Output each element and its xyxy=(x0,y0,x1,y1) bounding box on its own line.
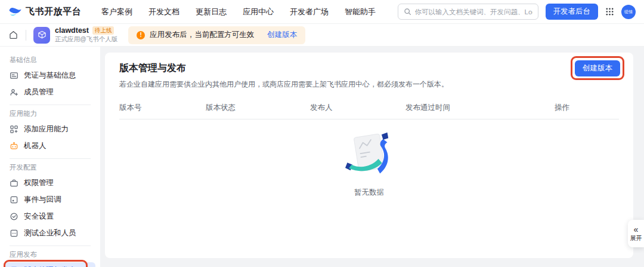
developer-console-button[interactable]: 开发者后台 xyxy=(546,4,599,20)
home-icon[interactable] xyxy=(8,30,18,40)
robot-icon xyxy=(10,142,18,151)
nav-item-changelog[interactable]: 更新日志 xyxy=(196,7,227,17)
sidebar-item-permissions[interactable]: 权限管理 xyxy=(5,175,95,191)
event-callback-icon xyxy=(10,195,18,204)
divider xyxy=(10,158,91,159)
nav-item-ai-assistant[interactable]: 智能助手 xyxy=(345,7,376,17)
empty-state: 暂无数据 xyxy=(119,130,619,198)
nav-item-customer-cases[interactable]: 客户案例 xyxy=(101,7,132,17)
sidebar-item-label: 测试企业和人员 xyxy=(24,228,76,238)
brand-name: 飞书开放平台 xyxy=(26,6,81,17)
nav-item-dev-docs[interactable]: 开发文档 xyxy=(148,7,179,17)
empty-state-text: 暂无数据 xyxy=(354,188,384,198)
sidebar-item-label: 机器人 xyxy=(24,141,47,151)
sidebar-item-label: 添加应用能力 xyxy=(24,124,69,134)
sidebar-section-basic-info: 基础信息 xyxy=(10,56,100,65)
app-context-bar: clawdtest 待上线 正式应用@飞书个人版 ! 应用发布后，当前配置方可生… xyxy=(0,24,644,47)
page-title: 版本管理与发布 xyxy=(119,62,619,75)
column-publisher: 发布人 xyxy=(310,103,405,113)
version-table-header: 版本号 版本状态 发布人 发布通过时间 操作 xyxy=(119,98,619,119)
column-version-status: 版本状态 xyxy=(206,103,310,113)
column-approved-time: 发布通过时间 xyxy=(405,103,555,113)
page-subtitle: 若企业自建应用需要供企业内其他用户使用，或商店应用需要上架飞书应用中心，都必须发… xyxy=(119,79,619,90)
topnav-right-group: 开发者后台 缇情 xyxy=(398,4,636,20)
sidebar-item-credentials[interactable]: 凭证与基础信息 xyxy=(5,67,95,84)
sidebar-item-label: 凭证与基础信息 xyxy=(24,70,76,81)
brand[interactable]: 飞书开放平台 xyxy=(8,6,81,17)
app-meta[interactable]: clawdtest 待上线 正式应用@飞书个人版 xyxy=(55,26,117,44)
sidebar-section-dev-config: 开发配置 xyxy=(10,163,100,172)
sidebar-item-version-management[interactable]: 版本管理与发布 xyxy=(5,262,95,267)
test-org-icon xyxy=(10,229,18,238)
nav-item-app-center[interactable]: 应用中心 xyxy=(243,7,274,17)
sidebar-item-events-callbacks[interactable]: 事件与回调 xyxy=(5,192,95,208)
collapse-chevrons-icon: « xyxy=(634,225,639,234)
top-navigation-bar: 飞书开放平台 客户案例 开发文档 更新日志 应用中心 开发者广场 智能助手 开发… xyxy=(0,0,644,24)
sidebar-section-app-release: 应用发布 xyxy=(10,250,100,259)
nav-item-developer-plaza[interactable]: 开发者广场 xyxy=(290,7,329,17)
create-version-button[interactable]: 创建版本 xyxy=(575,60,620,76)
security-check-icon xyxy=(10,212,18,221)
sidebar-item-add-capability[interactable]: 添加应用能力 xyxy=(5,121,95,137)
app-icon[interactable] xyxy=(33,27,50,44)
banner-create-version-link[interactable]: 创建版本 xyxy=(267,30,297,40)
divider xyxy=(26,30,26,41)
app-name: clawdtest xyxy=(55,26,89,35)
banner-text: 应用发布后，当前配置方可生效 xyxy=(150,30,254,40)
divider xyxy=(10,245,91,246)
warning-icon: ! xyxy=(137,31,145,39)
sidebar-item-label: 事件与回调 xyxy=(24,195,61,205)
add-capability-icon xyxy=(10,125,18,134)
column-version-number: 版本号 xyxy=(119,103,206,113)
user-avatar[interactable]: 缇情 xyxy=(621,5,636,19)
sidebar-item-label: 权限管理 xyxy=(24,178,54,188)
feishu-logo-icon xyxy=(8,6,22,17)
sidebar-item-label: 成员管理 xyxy=(24,87,54,97)
sidebar-item-security[interactable]: 安全设置 xyxy=(5,208,95,225)
search-icon xyxy=(404,8,411,16)
divider xyxy=(10,105,91,105)
expand-panel-control[interactable]: « 展开 xyxy=(628,220,644,247)
publish-notice-banner: ! 应用发布后，当前配置方可生效 创建版本 xyxy=(128,26,305,44)
create-version-wrap: 创建版本 xyxy=(575,60,620,76)
app-status-badge: 待上线 xyxy=(92,26,114,35)
global-search-box[interactable] xyxy=(398,4,538,20)
member-icon xyxy=(10,88,18,97)
sidebar-item-bot[interactable]: 机器人 xyxy=(5,138,95,154)
search-input[interactable] xyxy=(415,8,532,16)
apps-grid-icon[interactable] xyxy=(605,7,614,16)
sidebar-section-capabilities: 应用能力 xyxy=(10,109,100,118)
sidebar: 基础信息 凭证与基础信息 成员管理 应用能力 xyxy=(0,47,100,267)
top-nav-menu: 客户案例 开发文档 更新日志 应用中心 开发者广场 智能助手 xyxy=(101,7,376,17)
sidebar-item-test-org[interactable]: 测试企业和人员 xyxy=(5,225,95,241)
feishu-open-platform-console: 飞书开放平台 客户案例 开发文档 更新日志 应用中心 开发者广场 智能助手 开发… xyxy=(0,0,644,267)
no-data-illustration xyxy=(341,130,397,180)
version-management-panel: 版本管理与发布 若企业自建应用需要供企业内其他用户使用，或商店应用需要上架飞书应… xyxy=(105,53,633,258)
expand-label: 展开 xyxy=(630,234,642,243)
briefcase-icon xyxy=(10,179,18,188)
sidebar-item-label: 安全设置 xyxy=(24,211,54,222)
column-actions: 操作 xyxy=(555,103,619,113)
credential-icon xyxy=(10,71,18,80)
app-subtitle: 正式应用@飞书个人版 xyxy=(55,35,117,44)
cube-icon xyxy=(38,30,47,39)
sidebar-item-members[interactable]: 成员管理 xyxy=(5,84,95,100)
